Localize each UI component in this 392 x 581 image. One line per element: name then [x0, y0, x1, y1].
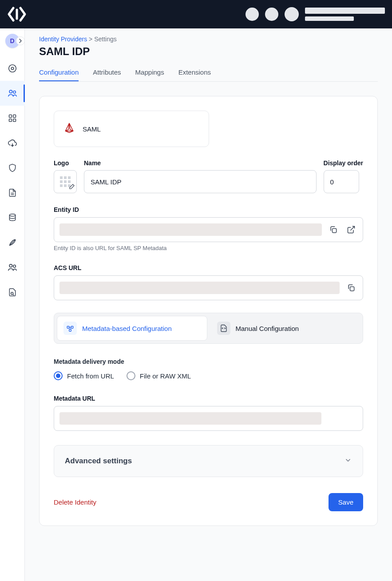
delivery-mode-radios: Fetch from URL File or RAW XML: [54, 371, 363, 380]
svg-rect-7: [9, 119, 12, 122]
sidebar-item-apps[interactable]: [0, 106, 25, 131]
breadcrumb: Identity Providers > Settings: [39, 36, 378, 43]
name-input[interactable]: [84, 170, 317, 193]
svg-rect-16: [71, 326, 73, 329]
svg-rect-5: [9, 115, 12, 118]
sidebar-item-shield[interactable]: [0, 155, 25, 180]
provider-name: SAML: [83, 125, 101, 133]
config-mode-toggle: Metadata-based Configuration Manual Conf…: [54, 313, 363, 344]
entity-id-value: [59, 223, 322, 236]
svg-rect-15: [67, 326, 69, 329]
app-header: [0, 0, 392, 28]
entity-id-help: Entity ID is also URL for SAML SP Metada…: [54, 245, 363, 251]
pencil-icon: [69, 183, 75, 191]
svg-point-11: [13, 265, 16, 268]
header-avatar[interactable]: [285, 7, 299, 21]
entity-id-field: [54, 217, 363, 242]
org-switcher[interactable]: D: [3, 31, 22, 51]
chevron-right-icon: [16, 36, 25, 45]
save-button[interactable]: Save: [329, 493, 363, 511]
metadata-url-value: [59, 412, 321, 425]
svg-point-1: [8, 65, 16, 72]
svg-point-12: [11, 292, 13, 294]
sidebar-item-document[interactable]: [0, 180, 25, 205]
sidebar: D: [0, 28, 25, 581]
config-mode-manual[interactable]: Manual Configuration: [211, 316, 360, 341]
name-label: Name: [84, 159, 317, 167]
metadata-icon: [63, 322, 77, 335]
header-dot-2[interactable]: [265, 8, 278, 21]
breadcrumb-parent[interactable]: Identity Providers: [39, 36, 87, 43]
svg-point-3: [9, 90, 12, 93]
acs-url-label: ACS URL: [54, 264, 81, 271]
svg-rect-13: [333, 229, 337, 233]
radio-file-raw[interactable]: File or RAW XML: [127, 371, 191, 380]
tab-attributes[interactable]: Attributes: [93, 64, 121, 81]
sidebar-item-team[interactable]: [0, 255, 25, 280]
acs-url-field: [54, 275, 363, 300]
metadata-url-label: Metadata URL: [54, 395, 95, 402]
svg-rect-17: [69, 329, 71, 331]
main-content: Identity Providers > Settings SAML IDP C…: [25, 28, 392, 581]
logo-label: Logo: [54, 159, 77, 167]
display-order-input[interactable]: [324, 170, 359, 193]
tabs: Configuration Attributes Mappings Extens…: [39, 64, 378, 82]
sidebar-item-feather[interactable]: [0, 230, 25, 255]
svg-point-4: [13, 91, 16, 94]
metadata-url-input[interactable]: [54, 406, 363, 431]
sidebar-item-users[interactable]: [0, 81, 25, 106]
open-entity-id-button[interactable]: [345, 223, 357, 236]
tab-configuration[interactable]: Configuration: [39, 64, 79, 81]
radio-fetch-url[interactable]: Fetch from URL: [54, 371, 114, 380]
acs-url-value: [59, 282, 340, 294]
copy-acs-url-button[interactable]: [345, 282, 357, 294]
sidebar-item-database[interactable]: [0, 205, 25, 230]
svg-rect-8: [13, 119, 16, 122]
manual-icon: [217, 322, 230, 335]
saml-logo-icon: [63, 122, 75, 136]
page-title: SAML IDP: [39, 45, 378, 58]
sidebar-item-overview[interactable]: [0, 56, 25, 81]
svg-point-9: [9, 214, 15, 216]
delivery-mode-label: Metadata delivery mode: [54, 358, 363, 365]
header-user-info: [305, 8, 385, 21]
sidebar-item-audit[interactable]: [0, 280, 25, 305]
tab-mappings[interactable]: Mappings: [135, 64, 164, 81]
config-card: SAML Logo Name: [39, 96, 378, 526]
svg-point-10: [9, 264, 12, 267]
logo-upload[interactable]: [54, 170, 77, 193]
app-logo: [7, 6, 27, 22]
provider-summary: SAML: [54, 111, 209, 147]
entity-id-label: Entity ID: [54, 206, 79, 213]
display-order-label: Display order: [324, 159, 363, 167]
sidebar-item-cloud[interactable]: [0, 131, 25, 155]
config-mode-metadata[interactable]: Metadata-based Configuration: [57, 316, 207, 341]
header-actions: [245, 7, 385, 21]
advanced-settings-toggle[interactable]: Advanced settings: [54, 445, 363, 477]
chevron-down-icon: [344, 456, 352, 466]
svg-rect-14: [350, 287, 354, 291]
copy-entity-id-button[interactable]: [327, 223, 340, 236]
tab-extensions[interactable]: Extensions: [178, 64, 211, 81]
svg-rect-6: [13, 115, 16, 118]
header-dot-1[interactable]: [245, 8, 259, 21]
breadcrumb-current: Settings: [94, 36, 117, 43]
delete-identity-link[interactable]: Delete Identity: [54, 498, 96, 506]
svg-point-2: [11, 67, 14, 70]
